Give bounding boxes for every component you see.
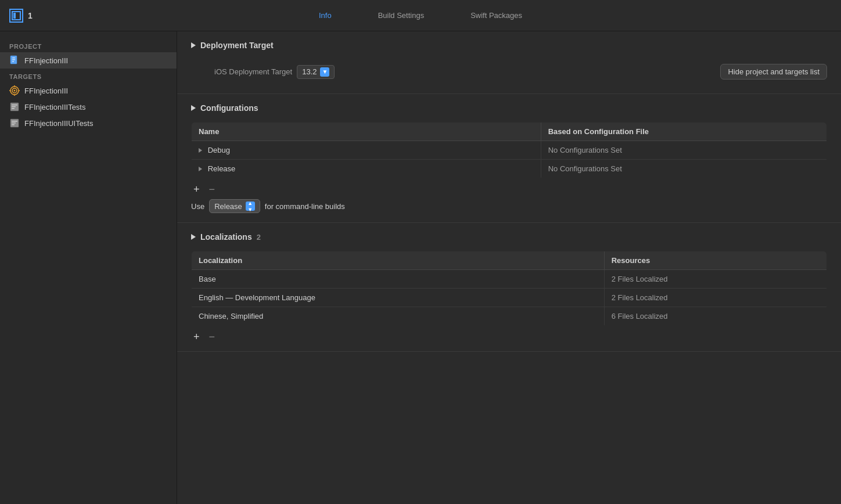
main-area: PROJECT FFInjectionIII TARGETS FFInjecti… — [0, 31, 841, 504]
loc-col-localization: Localization — [192, 251, 605, 270]
project-section-label: PROJECT — [0, 38, 177, 52]
sidebar-project-name: FFInjectionIII — [24, 56, 68, 65]
tab-swift-packages[interactable]: Swift Packages — [470, 9, 522, 22]
svg-rect-1 — [13, 13, 16, 19]
row-arrow-icon-0 — [199, 148, 202, 153]
svg-rect-15 — [12, 106, 16, 107]
triangle-icon — [191, 42, 196, 48]
remove-loc-button[interactable]: − — [207, 332, 218, 342]
localizations-section: Localizations 2 Localization Resources B… — [177, 223, 841, 352]
target-icon-2 — [9, 118, 20, 128]
localizations-title: Localizations — [200, 232, 252, 242]
configurations-section: Configurations Name Based on Configurati… — [177, 94, 841, 223]
ios-deployment-label: iOS Deployment Target — [214, 67, 292, 76]
deployment-row: iOS Deployment Target 13.2 ▼ Hide projec… — [191, 59, 827, 84]
configurations-title: Configurations — [200, 103, 258, 113]
row-arrow-icon-1 — [199, 167, 202, 171]
config-row-file-0: No Configurations Set — [541, 141, 826, 160]
localizations-table: Localization Resources Base 2 Files Loca… — [191, 251, 827, 326]
project-file-icon — [9, 55, 20, 66]
svg-rect-14 — [12, 105, 17, 106]
loc-row-loc-0: Base — [192, 270, 605, 289]
svg-rect-16 — [12, 108, 15, 109]
config-row-name-1: Release — [192, 160, 541, 178]
table-row[interactable]: Chinese, Simplified 6 Files Localized — [192, 307, 827, 326]
use-label: Use — [191, 202, 204, 211]
version-chevron-icon: ▼ — [320, 67, 329, 77]
table-row[interactable]: Release No Configurations Set — [192, 160, 827, 178]
sidebar-target-name-1: FFInjectionIIITests — [24, 103, 85, 111]
configurations-header: Configurations — [191, 103, 827, 113]
remove-config-button[interactable]: − — [207, 184, 218, 195]
project-number: 1 — [28, 11, 33, 20]
release-selector[interactable]: Release ▲ ▼ — [209, 199, 260, 213]
config-col-file: Based on Configuration File — [541, 123, 826, 141]
sidebar-item-target-0[interactable]: FFInjectionIII — [0, 82, 177, 99]
sidebar-item-project[interactable]: FFInjectionIII — [0, 52, 177, 69]
target-icon-0 — [9, 85, 20, 96]
sidebar: PROJECT FFInjectionIII TARGETS FFInjecti… — [0, 31, 177, 504]
sidebar-item-target-2[interactable]: FFInjectionIIIUITests — [0, 115, 177, 131]
table-row[interactable]: Debug No Configurations Set — [192, 141, 827, 160]
svg-rect-20 — [12, 124, 15, 125]
target-icon-1 — [9, 102, 20, 112]
deployment-left: iOS Deployment Target 13.2 ▼ — [214, 65, 335, 79]
sidebar-target-name-2: FFInjectionIIIUITests — [24, 119, 93, 128]
config-table-controls: + − — [191, 178, 827, 195]
svg-point-8 — [14, 90, 16, 92]
config-row-file-1: No Configurations Set — [541, 160, 826, 178]
loc-triangle-icon — [191, 234, 196, 240]
version-value: 13.2 — [302, 67, 317, 76]
tab-bar: 1 Info Build Settings Swift Packages — [0, 0, 841, 31]
deployment-target-title: Deployment Target — [200, 41, 274, 50]
config-col-name: Name — [192, 123, 541, 141]
table-row[interactable]: Base 2 Files Localized — [192, 270, 827, 289]
loc-table-controls: + − — [191, 326, 827, 342]
content-panel: Deployment Target iOS Deployment Target … — [177, 31, 841, 504]
localizations-badge: 2 — [257, 233, 261, 242]
version-selector[interactable]: 13.2 ▼ — [297, 65, 335, 79]
xcode-icon — [9, 9, 23, 23]
deployment-target-header: Deployment Target — [191, 41, 827, 50]
loc-row-res-1: 2 Files Localized — [604, 289, 826, 307]
deployment-target-section: Deployment Target iOS Deployment Target … — [177, 31, 841, 94]
use-release-row: Use Release ▲ ▼ for command-line builds — [191, 195, 827, 213]
add-loc-button[interactable]: + — [191, 332, 202, 342]
config-row-name-0: Debug — [192, 141, 541, 160]
sidebar-target-name-0: FFInjectionIII — [24, 87, 68, 95]
use-suffix: for command-line builds — [265, 202, 345, 211]
loc-row-res-0: 2 Files Localized — [604, 270, 826, 289]
tab-group: Info Build Settings Swift Packages — [319, 9, 522, 22]
svg-rect-5 — [12, 61, 14, 62]
localizations-header: Localizations 2 — [191, 232, 827, 242]
loc-col-resources: Resources — [604, 251, 826, 270]
tab-info[interactable]: Info — [319, 9, 332, 22]
tab-build-settings[interactable]: Build Settings — [378, 9, 425, 22]
targets-section-label: TARGETS — [0, 69, 177, 82]
loc-row-loc-2: Chinese, Simplified — [192, 307, 605, 326]
loc-row-res-2: 6 Files Localized — [604, 307, 826, 326]
configurations-table: Name Based on Configuration File Debug N… — [191, 122, 827, 178]
svg-rect-19 — [12, 123, 16, 124]
svg-rect-3 — [12, 57, 15, 59]
loc-row-loc-1: English — Development Language — [192, 289, 605, 307]
release-value: Release — [214, 202, 242, 211]
svg-rect-18 — [12, 121, 17, 122]
config-triangle-icon — [191, 105, 196, 111]
sidebar-item-target-1[interactable]: FFInjectionIIITests — [0, 99, 177, 115]
svg-rect-4 — [12, 59, 15, 60]
add-config-button[interactable]: + — [191, 184, 202, 195]
table-row[interactable]: English — Development Language 2 Files L… — [192, 289, 827, 307]
hide-project-button[interactable]: Hide project and targets list — [720, 64, 827, 80]
release-chevrons-icon: ▲ ▼ — [246, 201, 255, 211]
